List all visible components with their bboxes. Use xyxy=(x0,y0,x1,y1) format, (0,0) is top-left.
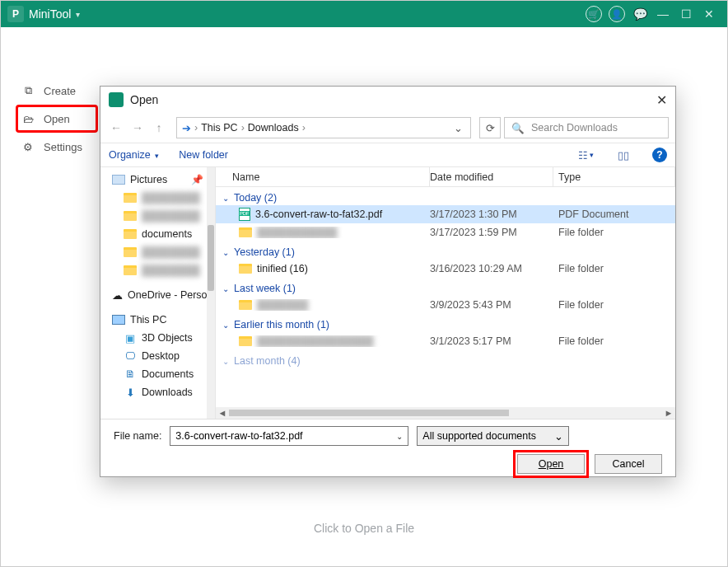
group-label: Last week (1) xyxy=(234,283,296,294)
close-app-icon[interactable]: ✕ xyxy=(698,2,721,26)
refresh-icon[interactable]: ⟳ xyxy=(479,117,501,138)
dialog-toolbar: Organize ▾ New folder ☷ ▾ ▯▯ ? xyxy=(100,143,675,167)
file-type: File folder xyxy=(553,263,675,274)
horizontal-scrollbar[interactable]: ◄ ► xyxy=(216,407,675,419)
thispc-arrow-icon: ➔ xyxy=(182,122,191,134)
minimize-icon[interactable]: — xyxy=(651,2,674,26)
nav-back-icon[interactable]: ← xyxy=(107,119,125,137)
tree-scroll-thumb[interactable] xyxy=(208,225,214,291)
file-type-select[interactable]: All supported documents ⌄ xyxy=(417,426,569,446)
new-folder-button[interactable]: New folder xyxy=(179,149,228,161)
sidebar-create-label: Create xyxy=(44,85,76,97)
sidebar-item-open[interactable]: 🗁 Open xyxy=(16,105,98,133)
tree-documents[interactable]: 🗎Documents xyxy=(100,365,215,383)
tree-downloads[interactable]: ⬇Downloads xyxy=(100,383,215,401)
tree-item-label: ████████ xyxy=(142,192,200,204)
tree-scrollbar[interactable] xyxy=(207,167,215,419)
file-name: ███████████ xyxy=(257,227,337,238)
breadcrumb-root[interactable]: This PC xyxy=(201,122,237,134)
sidebar-item-create[interactable]: ⧉ Create xyxy=(16,77,98,105)
breadcrumb-folder[interactable]: Downloads xyxy=(248,122,299,134)
help-icon[interactable]: ? xyxy=(652,148,667,162)
group-lastmonth[interactable]: ⌄Last month (4) xyxy=(216,350,675,368)
breadcrumb[interactable]: ➔ › This PC › Downloads › ⌄ xyxy=(176,117,471,138)
file-name-input[interactable]: 3.6-convert-raw-to-fat32.pdf ⌄ xyxy=(170,426,408,446)
file-date: 3/16/2023 10:29 AM xyxy=(430,263,553,274)
group-lastweek[interactable]: ⌄Last week (1) xyxy=(216,278,675,296)
search-input[interactable]: 🔍 Search Downloads xyxy=(504,117,669,138)
scroll-left-icon[interactable]: ◄ xyxy=(216,408,229,418)
nav-forward-icon[interactable]: → xyxy=(128,119,147,137)
pictures-icon xyxy=(112,175,125,185)
dialog-app-icon xyxy=(109,92,124,107)
user-icon[interactable]: 👤 xyxy=(605,2,628,26)
tree-item-label: OneDrive - Person xyxy=(128,289,213,301)
open-dialog: Open ✕ ← → ↑ ➔ › This PC › Downloads › ⌄… xyxy=(100,86,676,477)
file-row[interactable]: 3.6-convert-raw-to-fat32.pdf 3/17/2023 1… xyxy=(216,205,675,223)
group-today[interactable]: ⌄Today (2) xyxy=(216,187,675,205)
title-dropdown-icon[interactable]: ▾ xyxy=(76,10,80,19)
col-name[interactable]: Name xyxy=(216,167,430,186)
maximize-icon[interactable]: ☐ xyxy=(674,2,698,26)
dialog-titlebar: Open ✕ xyxy=(100,87,675,113)
chevron-down-icon: ⌄ xyxy=(222,357,229,366)
scroll-right-icon[interactable]: ► xyxy=(662,408,675,418)
tree-item-label: Desktop xyxy=(142,350,180,362)
tree-row[interactable]: ████████ xyxy=(100,261,215,279)
tree-documents-folder[interactable]: documents xyxy=(100,225,215,243)
open-button-label: Open xyxy=(539,458,564,470)
tree-desktop[interactable]: 🖵Desktop xyxy=(100,347,215,365)
file-row[interactable]: ████████████████ 3/1/2023 5:17 PM File f… xyxy=(216,332,675,350)
cancel-button-label: Cancel xyxy=(613,458,645,470)
view-mode-icon[interactable]: ☷ ▾ xyxy=(576,146,595,164)
tree-onedrive[interactable]: ☁OneDrive - Person xyxy=(100,286,215,304)
documents-icon: 🗎 xyxy=(124,368,137,381)
cart-icon[interactable]: 🛒 xyxy=(582,2,605,26)
breadcrumb-sep-icon: › xyxy=(194,122,198,134)
file-row[interactable]: ███████████ 3/17/2023 1:59 PM File folde… xyxy=(216,223,675,241)
file-type: File folder xyxy=(553,227,675,238)
dialog-title: Open xyxy=(130,93,158,106)
open-button[interactable]: Open xyxy=(517,454,585,474)
chevron-down-icon: ▾ xyxy=(155,152,159,160)
preview-pane-icon[interactable]: ▯▯ xyxy=(614,146,632,164)
file-list[interactable]: Name Date modified Type ⌄Today (2) 3.6-c… xyxy=(216,167,675,419)
folder-tree[interactable]: Pictures 📌 ████████ ████████ documents █… xyxy=(100,167,216,419)
folder-icon xyxy=(124,265,137,275)
chevron-down-icon: ⌄ xyxy=(222,194,229,203)
breadcrumb-dropdown-icon[interactable]: ⌄ xyxy=(450,122,465,134)
search-placeholder: Search Downloads xyxy=(531,122,618,134)
folder-icon xyxy=(239,264,252,274)
main-hint[interactable]: Click to Open a File xyxy=(1,522,727,535)
tree-3dobjects[interactable]: ▣3D Objects xyxy=(100,329,215,347)
col-type[interactable]: Type xyxy=(553,167,675,186)
chevron-down-icon: ⌄ xyxy=(222,248,229,257)
app-sidebar: ⧉ Create 🗁 Open ⚙ Settings xyxy=(16,77,98,161)
col-date[interactable]: Date modified xyxy=(430,167,553,186)
group-earlier[interactable]: ⌄Earlier this month (1) xyxy=(216,314,675,332)
cancel-button[interactable]: Cancel xyxy=(595,454,662,474)
close-dialog-icon[interactable]: ✕ xyxy=(656,92,667,108)
file-list-header[interactable]: Name Date modified Type xyxy=(216,167,675,187)
group-yesterday[interactable]: ⌄Yesterday (1) xyxy=(216,241,675,260)
organize-button[interactable]: Organize ▾ xyxy=(109,149,159,161)
tree-row[interactable]: ████████ xyxy=(100,243,215,261)
pin-icon: 📌 xyxy=(191,174,203,185)
dialog-nav-row: ← → ↑ ➔ › This PC › Downloads › ⌄ ⟳ 🔍 Se… xyxy=(100,113,675,143)
nav-up-icon[interactable]: ↑ xyxy=(150,119,168,137)
organize-label: Organize xyxy=(109,149,151,161)
file-row[interactable]: tinified (16) 3/16/2023 10:29 AM File fo… xyxy=(216,260,675,278)
tree-pictures-label: Pictures xyxy=(130,174,167,185)
file-row[interactable]: ███████ 3/9/2023 5:43 PM File folder xyxy=(216,296,675,314)
chat-icon[interactable]: 💬 xyxy=(628,2,651,26)
sidebar-item-settings[interactable]: ⚙ Settings xyxy=(16,133,98,161)
file-type: File folder xyxy=(553,335,675,347)
folder-icon xyxy=(124,229,137,239)
scroll-thumb[interactable] xyxy=(229,410,509,416)
folder-icon xyxy=(124,211,137,221)
tree-pictures[interactable]: Pictures 📌 xyxy=(100,171,215,189)
tree-thispc[interactable]: This PC xyxy=(100,311,215,329)
chevron-down-icon[interactable]: ⌄ xyxy=(396,432,403,441)
tree-row[interactable]: ████████ xyxy=(100,207,215,225)
tree-row[interactable]: ████████ xyxy=(100,189,215,207)
